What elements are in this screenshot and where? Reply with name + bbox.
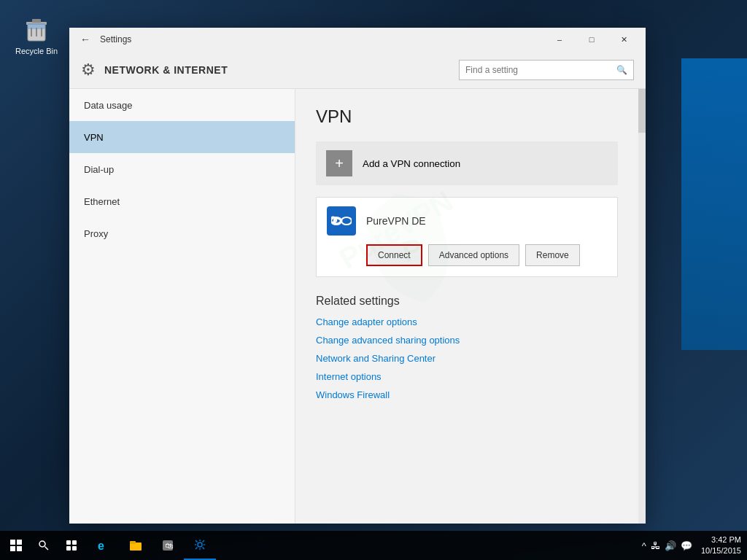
svg-rect-14 [72,540,77,545]
svg-point-10 [341,217,352,225]
window-controls: – □ ✕ [543,28,640,51]
svg-rect-15 [66,546,71,551]
taskbar: e 🛍 [0,531,747,560]
sidebar-item-proxy[interactable]: Proxy [69,217,295,249]
remove-button[interactable]: Remove [525,244,580,266]
gear-icon: ⚙ [81,61,96,79]
svg-line-12 [45,547,49,551]
vpn-entry-header: PureVPN DE [317,198,617,244]
vpn-entry: PureVPN DE Connect Advanced options Remo… [316,197,618,277]
sidebar-item-ethernet[interactable]: Ethernet [69,185,295,217]
sidebar-item-data-usage[interactable]: Data usage [69,89,295,121]
main-content: PureVPN P VPN + Add a VPN connection [295,89,646,524]
scrollbar-track[interactable] [638,89,646,524]
add-vpn-plus-icon: + [326,150,352,176]
connect-button[interactable]: Connect [366,244,422,266]
svg-rect-16 [72,546,77,551]
recycle-bin-label: Recycle Bin [15,47,58,55]
volume-icon[interactable]: 🔊 [665,540,676,551]
window-title: Settings [100,34,543,44]
clock[interactable]: 3:42 PM 10/15/2015 [701,534,741,557]
desktop-accent [681,58,747,350]
add-vpn-button[interactable]: + Add a VPN connection [316,141,618,185]
header-title: NETWORK & INTERNET [104,64,450,76]
taskbar-system-icons: ^ 🖧 🔊 💬 [642,540,692,551]
settings-taskbar-button[interactable] [184,531,216,560]
svg-rect-19 [130,541,136,544]
time-display: 3:42 PM [701,534,741,545]
store-button[interactable]: 🛍 [152,531,184,560]
sidebar-item-dial-up[interactable]: Dial-up [69,153,295,185]
date-display: 10/15/2015 [701,545,741,556]
content-inner: VPN + Add a VPN connection [295,89,646,425]
settings-window: ← Settings – □ ✕ ⚙ NETWORK & INTERNET 🔍 … [69,28,646,524]
svg-rect-2 [32,19,41,23]
change-adapter-link[interactable]: Change adapter options [316,316,618,327]
search-box[interactable]: 🔍 [459,60,634,80]
vpn-name: PureVPN DE [366,215,426,227]
svg-point-11 [39,541,45,547]
settings-header: ⚙ NETWORK & INTERNET 🔍 [69,51,646,89]
notification-icon[interactable]: 💬 [681,540,692,551]
recycle-bin[interactable]: Recycle Bin [15,15,58,55]
chevron-up-icon[interactable]: ^ [642,540,646,551]
start-button[interactable] [0,531,32,560]
task-view-button[interactable] [55,531,88,560]
internet-options-link[interactable]: Internet options [316,371,618,382]
svg-rect-6 [28,23,45,29]
network-icon[interactable]: 🖧 [651,540,660,551]
sidebar-item-vpn[interactable]: VPN [69,121,295,153]
minimize-button[interactable]: – [543,28,576,51]
svg-point-22 [198,542,202,547]
desktop: Recycle Bin ← Settings – □ ✕ ⚙ NETWORK &… [0,0,747,560]
vpn-actions: Connect Advanced options Remove [317,244,617,276]
edge-button[interactable]: e [88,531,120,560]
settings-body: Data usage VPN Dial-up Ethernet Proxy [69,89,646,524]
sidebar: Data usage VPN Dial-up Ethernet Proxy [69,89,295,524]
maximize-button[interactable]: □ [576,28,608,51]
related-settings-title: Related settings [316,295,618,308]
svg-text:e: e [98,540,104,552]
change-sharing-link[interactable]: Change advanced sharing options [316,335,618,346]
back-button[interactable]: ← [75,29,96,50]
svg-text:🛍: 🛍 [165,541,174,550]
scrollbar-thumb[interactable] [638,89,646,133]
taskbar-search[interactable] [32,531,55,560]
vpn-logo [327,206,356,236]
advanced-options-button[interactable]: Advanced options [428,244,519,266]
file-explorer-button[interactable] [120,531,152,560]
taskbar-right: ^ 🖧 🔊 💬 3:42 PM 10/15/2015 [642,534,747,557]
close-button[interactable]: ✕ [608,28,640,51]
svg-rect-13 [66,540,71,545]
windows-firewall-link[interactable]: Windows Firewall [316,389,618,400]
add-vpn-label: Add a VPN connection [363,158,460,169]
network-sharing-center-link[interactable]: Network and Sharing Center [316,353,618,364]
search-input[interactable] [465,65,616,75]
vpn-title: VPN [316,106,618,127]
search-icon: 🔍 [616,65,627,75]
title-bar: ← Settings – □ ✕ [69,28,646,51]
